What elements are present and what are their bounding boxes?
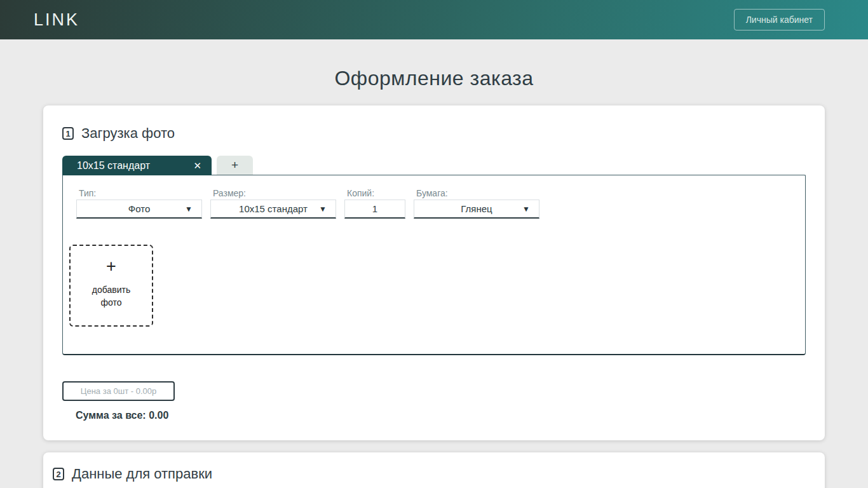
- field-copies: Копий: 1: [344, 188, 405, 219]
- paper-select[interactable]: Глянец ▼: [414, 200, 539, 219]
- section-2-title: Данные для отправки: [72, 466, 212, 482]
- close-tab-icon[interactable]: ✕: [193, 160, 201, 172]
- field-size: Размер: 10x15 стандарт ▼: [210, 188, 336, 219]
- section-heading-upload: 1 Загрузка фото: [62, 125, 806, 142]
- section-1-title: Загрузка фото: [81, 125, 175, 142]
- plus-icon: +: [231, 158, 238, 172]
- field-paper: Бумага: Глянец ▼: [414, 188, 539, 219]
- price-button[interactable]: Цена за 0шт - 0.00р: [62, 381, 175, 401]
- copies-label: Копий:: [347, 188, 405, 198]
- size-label: Размер:: [213, 188, 336, 198]
- page-title: Оформление заказа: [0, 66, 868, 90]
- dropdown-arrow-icon: ▼: [522, 205, 530, 213]
- settings-fields-row: Тип: Фото ▼ Размер: 10x15 стандарт ▼ Коп…: [76, 188, 805, 219]
- format-settings-panel: Тип: Фото ▼ Размер: 10x15 стандарт ▼ Коп…: [62, 175, 806, 355]
- step-1-badge: 1: [62, 127, 74, 140]
- type-select[interactable]: Фото ▼: [76, 200, 202, 219]
- copies-input[interactable]: 1: [344, 200, 405, 219]
- upload-photo-card: 1 Загрузка фото 10x15 стандарт ✕ + Тип: …: [43, 105, 825, 440]
- type-label: Тип:: [79, 188, 202, 198]
- tab-10x15-standart[interactable]: 10x15 стандарт ✕: [62, 156, 212, 175]
- dropdown-arrow-icon: ▼: [185, 205, 193, 213]
- total-sum-text: Сумма за все: 0.00: [76, 410, 806, 421]
- type-select-value: Фото: [128, 203, 150, 214]
- size-select-value: 10x15 стандарт: [239, 203, 308, 214]
- plus-icon: +: [106, 258, 116, 275]
- tab-label: 10x15 стандарт: [77, 160, 150, 172]
- paper-label: Бумага:: [416, 188, 539, 198]
- dropdown-arrow-icon: ▼: [319, 205, 327, 213]
- paper-select-value: Глянец: [461, 203, 492, 214]
- add-photo-label: добавить фото: [83, 283, 140, 309]
- field-type: Тип: Фото ▼: [76, 188, 202, 219]
- account-button[interactable]: Личный кабинет: [734, 9, 825, 30]
- copies-value: 1: [372, 203, 377, 214]
- logo[interactable]: LINK: [34, 10, 79, 30]
- top-navbar: LINK Личный кабинет: [0, 0, 868, 39]
- section-heading-shipping: 2 Данные для отправки: [53, 466, 825, 482]
- shipping-data-card: 2 Данные для отправки: [43, 452, 825, 488]
- add-photo-dropzone[interactable]: + добавить фото: [69, 245, 153, 327]
- step-2-badge: 2: [53, 468, 64, 480]
- size-select[interactable]: 10x15 стандарт ▼: [210, 200, 336, 219]
- format-tabs: 10x15 стандарт ✕ +: [62, 156, 806, 175]
- add-format-tab-button[interactable]: +: [217, 156, 253, 175]
